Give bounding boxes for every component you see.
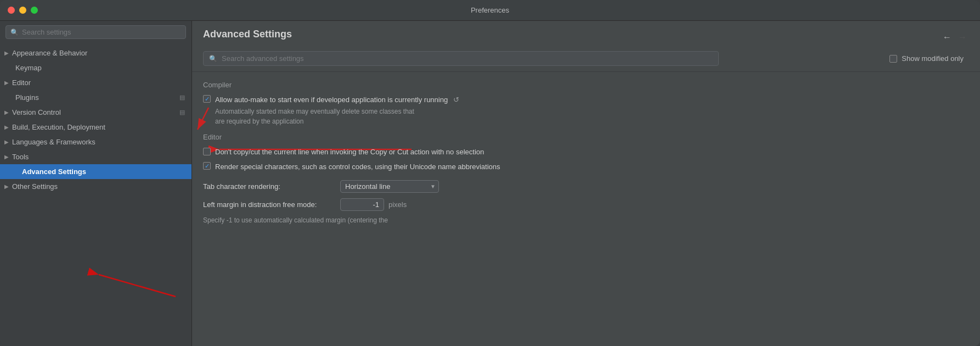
external-icon: ▤ (179, 109, 185, 116)
window-title: Preferences (471, 6, 509, 14)
pixels-label: pixels (388, 200, 407, 209)
search-icon: 🔍 (10, 29, 19, 36)
chevron-right-icon: ▶ (4, 80, 9, 86)
sidebar-item-keymap[interactable]: Keymap (0, 60, 192, 75)
compiler-section: Compiler Allow auto-make to start even i… (203, 81, 969, 126)
sidebar-item-label: Version Control (12, 108, 61, 116)
chevron-right-icon: ▶ (4, 183, 9, 189)
content-header: Advanced Settings ← → 🔍 Show modified on… (192, 21, 980, 72)
forward-button[interactable]: → (956, 32, 969, 42)
auto-make-subtext: Automatically started make may eventuall… (215, 107, 969, 126)
margin-hint: Specify -1 to use automatically calculat… (203, 216, 969, 224)
chevron-right-icon: ▶ (4, 154, 9, 160)
sidebar-item-label: Other Settings (12, 182, 58, 191)
sidebar-item-version-control[interactable]: ▶ Version Control ▤ (0, 105, 192, 120)
auto-make-checkbox[interactable] (203, 95, 211, 103)
editor-section: Editor Don't copy/cut the current line w… (203, 133, 969, 224)
auto-make-label: Allow auto-make to start even if develop… (215, 94, 459, 105)
chevron-right-icon: ▶ (4, 124, 9, 130)
chevron-right-icon: ▶ (4, 109, 9, 115)
sidebar-item-label: Build, Execution, Deployment (12, 123, 105, 131)
search-icon: 🔍 (209, 55, 217, 63)
sidebar-item-build[interactable]: ▶ Build, Execution, Deployment (0, 120, 192, 135)
tab-rendering-dropdown-wrapper: Horizontal line Arrow None ▼ (340, 180, 439, 193)
show-modified-container: Show modified only (889, 54, 969, 63)
left-margin-input[interactable] (340, 198, 384, 211)
content-body: Compiler Allow auto-make to start even i… (192, 72, 980, 346)
page-title: Advanced Settings (203, 29, 292, 40)
sidebar-item-languages[interactable]: ▶ Languages & Frameworks (0, 135, 192, 149)
sidebar-item-plugins[interactable]: Plugins ▤ (0, 90, 192, 105)
auto-make-row: Allow auto-make to start even if develop… (203, 94, 969, 105)
settings-search-box[interactable]: 🔍 (203, 51, 719, 66)
settings-search-input[interactable] (222, 54, 713, 63)
sidebar-item-label: Languages & Frameworks (12, 138, 95, 146)
sidebar-item-editor[interactable]: ▶ Editor (0, 75, 192, 90)
sidebar-item-label: Editor (12, 79, 31, 87)
copy-cut-row: Don't copy/cut the current line when inv… (203, 147, 969, 158)
copy-cut-label: Don't copy/cut the current line when inv… (215, 147, 484, 158)
tab-rendering-dropdown[interactable]: Horizontal line Arrow None (340, 180, 439, 193)
chevron-right-icon: ▶ (4, 50, 9, 56)
sidebar-search-input[interactable] (22, 28, 181, 36)
render-special-label: Render special characters, such as contr… (215, 161, 500, 172)
window-controls (8, 7, 38, 14)
content-panel: Advanced Settings ← → 🔍 Show modified on… (192, 21, 980, 346)
editor-section-label: Editor (203, 133, 969, 141)
sidebar-item-advanced-settings[interactable]: Advanced Settings (0, 164, 192, 179)
sidebar-item-other-settings[interactable]: ▶ Other Settings (0, 179, 192, 194)
reset-icon[interactable]: ↺ (453, 96, 459, 104)
chevron-right-icon: ▶ (4, 139, 9, 145)
compiler-section-label: Compiler (203, 81, 969, 89)
sidebar-item-label: Appearance & Behavior (12, 49, 87, 57)
left-margin-label: Left margin in distraction free mode: (203, 200, 340, 209)
titlebar: Preferences (0, 0, 980, 21)
close-button[interactable] (8, 7, 15, 14)
content-toolbar: 🔍 Show modified only (203, 51, 969, 66)
render-special-checkbox[interactable] (203, 162, 211, 170)
minimize-button[interactable] (19, 7, 26, 14)
tab-rendering-label: Tab character rendering: (203, 182, 340, 191)
sidebar-item-appearance[interactable]: ▶ Appearance & Behavior (0, 46, 192, 60)
sidebar-items-list: ▶ Appearance & Behavior Keymap ▶ Editor … (0, 43, 192, 346)
preferences-window: Preferences 🔍 ▶ Appearance & Behavior Ke… (0, 0, 980, 346)
sidebar: 🔍 ▶ Appearance & Behavior Keymap ▶ Edito… (0, 21, 192, 346)
sidebar-item-label: Keymap (15, 64, 42, 72)
external-icon: ▤ (179, 94, 185, 101)
sidebar-item-label: Advanced Settings (11, 168, 86, 176)
show-modified-label: Show modified only (902, 54, 964, 63)
compiler-settings-group: Allow auto-make to start even if develop… (203, 94, 969, 126)
main-content: 🔍 ▶ Appearance & Behavior Keymap ▶ Edito… (0, 21, 980, 346)
navigation-arrows: ← → (940, 32, 969, 42)
tab-rendering-row: Tab character rendering: Horizontal line… (203, 180, 969, 193)
sidebar-item-label: Tools (12, 153, 29, 161)
left-margin-row: Left margin in distraction free mode: pi… (203, 198, 969, 211)
maximize-button[interactable] (31, 7, 38, 14)
back-button[interactable]: ← (940, 32, 954, 42)
copy-cut-checkbox[interactable] (203, 148, 211, 155)
sidebar-search-box[interactable]: 🔍 (5, 25, 186, 39)
sidebar-item-tools[interactable]: ▶ Tools (0, 149, 192, 164)
sidebar-item-label: Plugins (15, 93, 39, 102)
show-modified-checkbox[interactable] (889, 55, 897, 63)
render-special-row: Render special characters, such as contr… (203, 161, 969, 172)
